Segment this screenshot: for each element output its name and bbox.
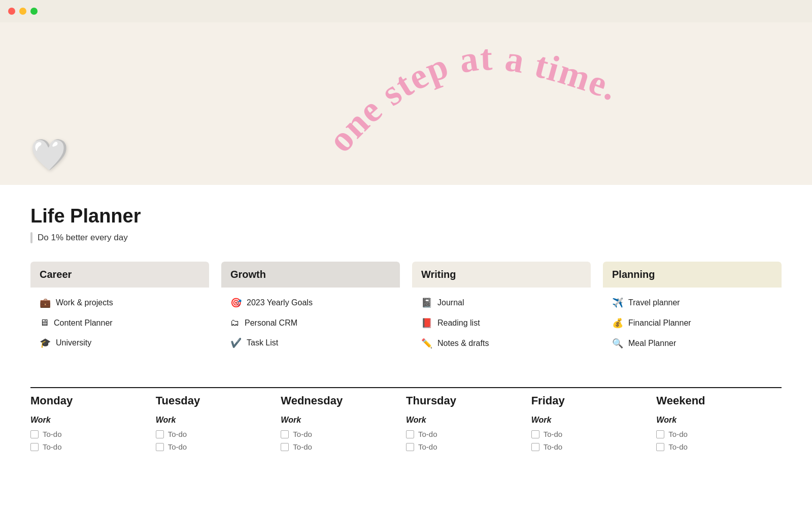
section-item-career-1[interactable]: 🖥Content Planner <box>30 313 209 333</box>
item-label-career-2: University <box>56 338 91 347</box>
section-item-growth-0[interactable]: 🎯2023 Yearly Goals <box>221 293 400 313</box>
section-items-planning: ✈️Travel planner💰Financial Planner🔍Meal … <box>603 288 782 359</box>
todo-checkbox-tuesday-0[interactable] <box>156 430 164 438</box>
section-card-career: Career💼Work & projects🖥Content Planner🎓U… <box>30 262 209 359</box>
day-name-weekend: Weekend <box>656 394 773 407</box>
maximize-button[interactable] <box>30 8 38 15</box>
item-emoji-career-2: 🎓 <box>40 337 51 348</box>
todo-label-tuesday-0: To-do <box>168 430 187 438</box>
work-label-tuesday: Work <box>156 416 273 425</box>
todo-item-tuesday-1[interactable]: To-do <box>156 442 273 451</box>
todo-item-wednesday-0[interactable]: To-do <box>281 430 398 438</box>
todo-item-monday-0[interactable]: To-do <box>30 430 148 438</box>
item-emoji-writing-1: 📕 <box>421 318 432 329</box>
todo-checkbox-thursday-1[interactable] <box>406 443 414 451</box>
item-emoji-writing-0: 📓 <box>421 297 432 308</box>
todo-checkbox-weekend-1[interactable] <box>656 443 664 451</box>
section-item-writing-2[interactable]: ✏️Notes & drafts <box>412 333 591 354</box>
todo-checkbox-friday-1[interactable] <box>531 443 539 451</box>
section-header-writing: Writing <box>412 262 591 288</box>
day-column-thursday: ThursdayWorkTo-doTo-do <box>406 387 531 455</box>
section-header-career: Career <box>30 262 209 288</box>
item-label-growth-0: 2023 Yearly Goals <box>247 298 313 307</box>
work-label-friday: Work <box>531 416 649 425</box>
section-item-career-0[interactable]: 💼Work & projects <box>30 293 209 313</box>
item-emoji-growth-1: 🗂 <box>230 318 240 328</box>
sections-grid: Career💼Work & projects🖥Content Planner🎓U… <box>30 262 782 359</box>
todo-item-friday-1[interactable]: To-do <box>531 442 649 451</box>
title-bar <box>0 0 812 22</box>
item-label-writing-1: Reading list <box>437 319 480 328</box>
item-label-writing-2: Notes & drafts <box>437 339 489 348</box>
item-emoji-planning-0: ✈️ <box>612 297 623 308</box>
todo-label-friday-0: To-do <box>544 430 563 438</box>
section-item-planning-0[interactable]: ✈️Travel planner <box>603 293 782 313</box>
todo-label-friday-1: To-do <box>544 442 563 451</box>
weekly-section: MondayWorkTo-doTo-doTuesdayWorkTo-doTo-d… <box>30 387 782 455</box>
close-button[interactable] <box>8 8 15 15</box>
todo-label-wednesday-1: To-do <box>293 442 312 451</box>
section-item-planning-2[interactable]: 🔍Meal Planner <box>603 333 782 354</box>
todo-label-tuesday-1: To-do <box>168 442 187 451</box>
todo-checkbox-friday-0[interactable] <box>531 430 539 438</box>
work-label-monday: Work <box>30 416 148 425</box>
todo-item-tuesday-0[interactable]: To-do <box>156 430 273 438</box>
todo-checkbox-thursday-0[interactable] <box>406 430 414 438</box>
item-emoji-growth-2: ✔️ <box>230 337 242 348</box>
item-label-writing-0: Journal <box>437 298 464 307</box>
day-column-weekend: WeekendWorkTo-doTo-do <box>656 387 782 455</box>
todo-item-thursday-1[interactable]: To-do <box>406 442 523 451</box>
section-item-career-2[interactable]: 🎓University <box>30 333 209 353</box>
item-label-career-1: Content Planner <box>54 319 113 328</box>
section-items-career: 💼Work & projects🖥Content Planner🎓Univers… <box>30 288 209 358</box>
todo-checkbox-wednesday-1[interactable] <box>281 443 289 451</box>
day-name-wednesday: Wednesday <box>281 394 398 407</box>
todo-item-monday-1[interactable]: To-do <box>30 442 148 451</box>
section-item-planning-1[interactable]: 💰Financial Planner <box>603 313 782 333</box>
todo-label-monday-1: To-do <box>43 442 62 451</box>
section-item-writing-0[interactable]: 📓Journal <box>412 293 591 313</box>
section-item-writing-1[interactable]: 📕Reading list <box>412 313 591 333</box>
tagline-container: Do 1% better every day <box>30 232 782 243</box>
todo-checkbox-wednesday-0[interactable] <box>281 430 289 438</box>
todo-label-wednesday-0: To-do <box>293 430 312 438</box>
day-column-friday: FridayWorkTo-doTo-do <box>531 387 657 455</box>
hero-banner: one step at a time. 🤍 <box>0 22 812 185</box>
todo-label-thursday-0: To-do <box>418 430 437 438</box>
main-content: Life Planner Do 1% better every day Care… <box>0 185 812 475</box>
todo-item-friday-0[interactable]: To-do <box>531 430 649 438</box>
tagline-text: Do 1% better every day <box>38 233 128 243</box>
work-label-thursday: Work <box>406 416 523 425</box>
section-card-growth: Growth🎯2023 Yearly Goals🗂Personal CRM✔️T… <box>221 262 400 359</box>
minimize-button[interactable] <box>19 8 26 15</box>
item-label-planning-0: Travel planner <box>628 298 680 307</box>
section-item-growth-1[interactable]: 🗂Personal CRM <box>221 313 400 333</box>
week-grid: MondayWorkTo-doTo-doTuesdayWorkTo-doTo-d… <box>30 387 782 455</box>
item-emoji-career-1: 🖥 <box>40 318 49 328</box>
section-card-planning: Planning✈️Travel planner💰Financial Plann… <box>603 262 782 359</box>
todo-checkbox-monday-1[interactable] <box>30 443 39 451</box>
section-item-growth-2[interactable]: ✔️Task List <box>221 333 400 353</box>
work-label-weekend: Work <box>656 416 773 425</box>
todo-checkbox-tuesday-1[interactable] <box>156 443 164 451</box>
hero-text-container: one step at a time. <box>329 43 715 167</box>
todo-checkbox-weekend-0[interactable] <box>656 430 664 438</box>
heart-icon: 🤍 <box>30 137 69 173</box>
day-name-monday: Monday <box>30 394 148 407</box>
todo-item-weekend-0[interactable]: To-do <box>656 430 773 438</box>
todo-item-wednesday-1[interactable]: To-do <box>281 442 398 451</box>
todo-label-weekend-1: To-do <box>668 442 688 451</box>
todo-item-thursday-0[interactable]: To-do <box>406 430 523 438</box>
section-items-writing: 📓Journal📕Reading list✏️Notes & drafts <box>412 288 591 359</box>
item-emoji-career-0: 💼 <box>40 297 51 308</box>
todo-item-weekend-1[interactable]: To-do <box>656 442 773 451</box>
todo-label-thursday-1: To-do <box>418 442 437 451</box>
day-column-wednesday: WednesdayWorkTo-doTo-do <box>281 387 406 455</box>
todo-checkbox-monday-0[interactable] <box>30 430 39 438</box>
section-header-growth: Growth <box>221 262 400 288</box>
item-label-planning-2: Meal Planner <box>628 339 676 348</box>
todo-label-weekend-0: To-do <box>668 430 688 438</box>
item-emoji-growth-0: 🎯 <box>230 297 242 308</box>
section-items-growth: 🎯2023 Yearly Goals🗂Personal CRM✔️Task Li… <box>221 288 400 358</box>
day-name-friday: Friday <box>531 394 649 407</box>
